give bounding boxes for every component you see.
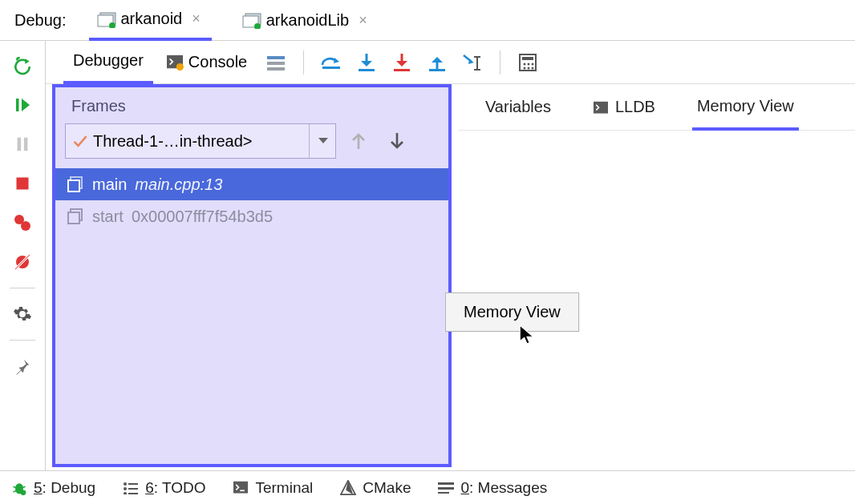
status-todo-label: : TODO <box>154 479 206 496</box>
separator <box>500 50 500 75</box>
variables-tab-label: Variables <box>485 98 551 116</box>
stop-button[interactable] <box>6 167 39 200</box>
evaluate-expression-button[interactable] <box>512 46 544 79</box>
frame-name: start <box>92 208 124 226</box>
thread-selector[interactable]: Thread-1-…in-thread> <box>65 123 336 159</box>
svg-rect-17 <box>267 56 285 59</box>
frame-row[interactable]: start 0x00007fff7f54b3d5 <box>55 200 448 232</box>
lldb-tab-label: LLDB <box>615 98 655 116</box>
check-icon <box>72 133 88 149</box>
separator <box>10 288 35 288</box>
status-todo-mnemonic: 6 <box>145 479 154 496</box>
pause-button[interactable] <box>6 127 39 161</box>
svg-point-55 <box>124 492 127 494</box>
console-icon <box>166 54 184 71</box>
step-out-button[interactable] <box>421 46 453 79</box>
svg-rect-31 <box>522 57 533 60</box>
svg-rect-44 <box>594 101 608 113</box>
debug-split: Frames Thread-1-…in-thread> <box>46 84 855 470</box>
frames-right-pane: Variables LLDB Memory View <box>458 84 855 470</box>
svg-rect-8 <box>24 138 28 151</box>
step-into-button[interactable] <box>351 46 383 79</box>
frame-icon <box>67 208 84 225</box>
svg-rect-9 <box>17 178 29 190</box>
run-tab-arkanoid[interactable]: arkanoid × <box>89 1 212 41</box>
svg-point-36 <box>528 67 530 69</box>
svg-rect-60 <box>438 487 454 490</box>
status-bar: 5: Debug 6: TODO Terminal CMake 0: Messa… <box>0 470 855 504</box>
status-debug[interactable]: 5: Debug <box>11 479 95 497</box>
list-icon <box>438 482 454 494</box>
bug-icon <box>11 480 27 496</box>
terminal-icon <box>233 481 249 495</box>
run-tab-label: arkanoid <box>121 10 183 28</box>
run-tab-arkanoidlib[interactable]: arkanoidLib × <box>234 0 379 40</box>
frame-row-selected[interactable]: main main.cpp:13 <box>55 168 448 200</box>
threads-view-icon[interactable] <box>260 46 292 79</box>
status-terminal[interactable]: Terminal <box>233 479 313 497</box>
context-menu-item-memory-view[interactable]: Memory View <box>464 303 561 321</box>
svg-rect-61 <box>438 492 449 494</box>
frame-next-button[interactable] <box>381 125 413 157</box>
right-tabs: Variables LLDB Memory View <box>458 84 855 131</box>
svg-point-35 <box>524 67 526 69</box>
close-tab-icon[interactable]: × <box>355 12 371 29</box>
variables-tab[interactable]: Variables <box>480 84 556 130</box>
run-config-tabbar: Debug: arkanoid × arkanoidLib × <box>0 0 855 41</box>
run-config-icon <box>242 13 260 27</box>
svg-rect-43 <box>68 212 79 224</box>
svg-rect-22 <box>359 69 375 71</box>
run-to-cursor-button[interactable] <box>456 46 488 79</box>
svg-point-32 <box>524 62 526 65</box>
context-menu[interactable]: Memory View <box>445 292 579 332</box>
svg-point-34 <box>532 62 534 65</box>
status-messages[interactable]: 0: Messages <box>438 479 547 497</box>
view-breakpoints-button[interactable] <box>6 206 39 240</box>
svg-point-51 <box>124 482 127 486</box>
memory-view-tab-label: Memory View <box>697 97 794 115</box>
close-tab-icon[interactable]: × <box>188 10 204 27</box>
settings-button[interactable] <box>6 297 39 331</box>
debug-content: Debugger Console <box>46 41 855 470</box>
svg-point-50 <box>21 490 26 495</box>
mute-breakpoints-button[interactable] <box>6 245 39 279</box>
svg-rect-26 <box>429 69 445 71</box>
frame-prev-button[interactable] <box>342 125 375 157</box>
step-over-button[interactable] <box>315 46 347 79</box>
frames-toolbar: Thread-1-…in-thread> <box>55 123 448 168</box>
separator <box>303 50 304 75</box>
chevron-down-icon <box>309 124 329 158</box>
status-debug-label: : Debug <box>43 479 96 496</box>
svg-point-33 <box>528 62 530 65</box>
svg-point-53 <box>124 487 127 490</box>
memory-view-tab[interactable]: Memory View <box>692 85 799 131</box>
rerun-button[interactable] <box>6 49 39 83</box>
run-config-icon <box>97 12 115 26</box>
svg-rect-41 <box>68 180 79 192</box>
frame-location: main.cpp:13 <box>135 175 222 194</box>
resume-button[interactable] <box>6 88 39 122</box>
status-todo[interactable]: 6: TODO <box>123 479 205 497</box>
debugger-tab[interactable]: Debugger <box>63 41 153 84</box>
frame-address: 0x00007fff7f54b3d5 <box>132 208 273 226</box>
frames-title: Frames <box>55 87 448 123</box>
status-cmake[interactable]: CMake <box>340 479 411 497</box>
svg-rect-18 <box>267 62 285 65</box>
debug-panel: Debugger Console <box>0 41 855 470</box>
svg-point-37 <box>532 67 534 69</box>
cmake-icon <box>340 480 356 496</box>
svg-rect-19 <box>267 67 285 71</box>
svg-rect-6 <box>16 99 19 111</box>
status-messages-label: : Messages <box>469 479 547 496</box>
svg-rect-7 <box>18 138 22 151</box>
debug-actions-sidebar <box>0 41 46 470</box>
lldb-tab[interactable]: LLDB <box>588 84 660 130</box>
frame-name: main <box>92 175 127 194</box>
svg-point-11 <box>21 221 30 231</box>
frames-panel: Frames Thread-1-…in-thread> <box>52 84 452 467</box>
svg-rect-56 <box>128 493 138 494</box>
force-step-into-button[interactable] <box>386 46 418 79</box>
pin-button[interactable] <box>6 349 39 383</box>
separator <box>10 340 35 341</box>
console-tab[interactable]: Console <box>156 46 257 79</box>
